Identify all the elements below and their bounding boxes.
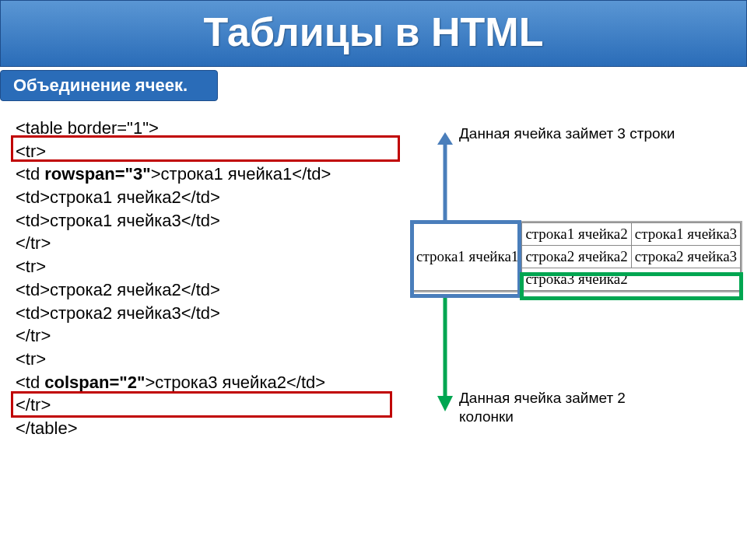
code-line: <tr>	[16, 348, 731, 371]
code-line: <tr>	[16, 140, 731, 163]
slide-title: Таблицы в HTML	[0, 0, 747, 67]
annotation-colspan: Данная ячейка займет 2 колонки	[459, 389, 677, 426]
code-line: <td>строка1 ячейка2</td>	[16, 186, 731, 209]
table-cell: строка1 ячейка2	[522, 223, 631, 246]
table-cell: строка2 ячейка3	[631, 246, 740, 268]
table-cell: строка1 ячейка1	[413, 223, 522, 291]
code-line: <td>строка2 ячейка3</td>	[16, 302, 731, 325]
slide-subtitle: Объединение ячеек.	[0, 70, 218, 101]
rendered-table: строка1 ячейка1 строка1 ячейка2 строка1 …	[412, 222, 741, 291]
content-area: <table border="1"> <tr> <td rowspan="3">…	[0, 101, 747, 440]
table-cell: строка1 ячейка3	[631, 223, 740, 246]
code-line: <td rowspan="3">строка1 ячейка1</td>	[16, 163, 731, 186]
table-cell: строка2 ячейка2	[522, 246, 631, 268]
code-line: </tr>	[16, 324, 731, 348]
table-cell: строка3 ячейка2	[522, 268, 741, 291]
annotation-rowspan: Данная ячейка займет 3 строки	[459, 124, 677, 143]
